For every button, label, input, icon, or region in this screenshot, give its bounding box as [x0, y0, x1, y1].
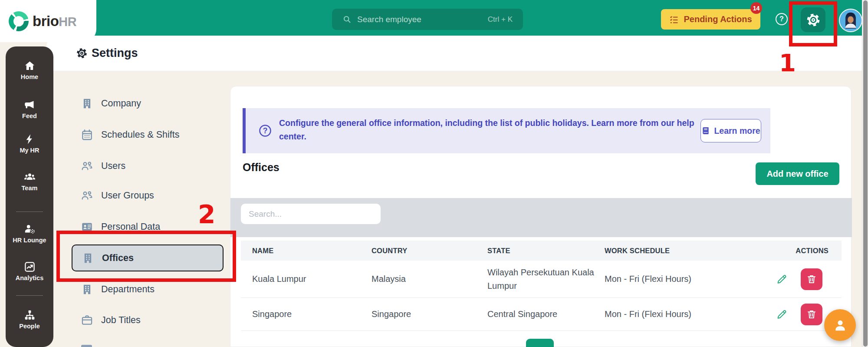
employee-search[interactable]: Ctrl + K: [332, 9, 523, 30]
info-banner-text: Configure the general office information…: [279, 116, 707, 143]
calendar-icon: [81, 129, 93, 141]
search-shortcut: Ctrl + K: [488, 15, 513, 24]
user-avatar[interactable]: [839, 9, 862, 32]
nav-item-hr-lounge[interactable]: HR Lounge: [6, 223, 53, 244]
org-chart-icon: [24, 309, 36, 321]
pending-actions-label: Pending Actions: [684, 14, 752, 24]
nav-item-my-hr[interactable]: My HR: [6, 133, 53, 154]
brand-wordmark: brioHR: [33, 13, 76, 30]
annotation-number-1: 1: [779, 49, 796, 77]
pending-actions-button[interactable]: Pending Actions: [661, 9, 760, 30]
settings-menu-item-schedules-shifts[interactable]: Schedules & Shifts: [72, 121, 224, 148]
scrollbar-thumb[interactable]: [863, 0, 868, 347]
edit-pencil-icon[interactable]: [776, 273, 788, 285]
book-icon: [701, 126, 710, 135]
rail-divider: [16, 295, 43, 296]
brand-logo[interactable]: brioHR: [0, 0, 96, 42]
settings-title-gear-icon: [76, 47, 88, 59]
annotation-number-2: 2: [198, 200, 215, 229]
main-nav-rail: Home Feed My HR Team HR Lounge Analytics…: [6, 46, 53, 347]
add-new-office-button[interactable]: Add new office: [756, 162, 839, 185]
search-icon: [342, 15, 352, 24]
pending-actions-badge: 14: [750, 2, 762, 14]
table-row: Kuala Lumpur Malaysia Wilayah Persekutua…: [241, 261, 842, 298]
column-header-country: COUNTRY: [372, 241, 407, 261]
settings-menu-item-users[interactable]: Users: [72, 152, 224, 179]
settings-header: Settings: [46, 36, 868, 71]
column-header-actions: ACTIONS: [796, 241, 829, 261]
cell-name: Singapore: [252, 298, 292, 330]
gear-icon: [806, 13, 821, 27]
trash-icon: [806, 274, 817, 284]
table-row: Singapore Singapore Central Singapore Mo…: [241, 298, 842, 331]
cell-country: Singapore: [372, 298, 411, 330]
users-icon: [81, 190, 93, 202]
settings-menu-item-offices[interactable]: Offices: [72, 245, 224, 271]
floating-profile-button[interactable]: [824, 309, 856, 341]
vertical-scrollbar[interactable]: [862, 0, 868, 347]
rail-divider: [16, 212, 43, 212]
cell-country: Malaysia: [372, 261, 406, 297]
team-icon: [24, 171, 36, 183]
learn-more-button[interactable]: Learn more: [700, 119, 761, 142]
briohr-swirl-icon: [9, 11, 29, 31]
info-banner: Configure the general office information…: [243, 108, 770, 153]
delete-office-button[interactable]: [801, 304, 822, 325]
edit-pencil-icon[interactable]: [776, 308, 788, 320]
settings-gear-button[interactable]: [801, 7, 825, 32]
home-icon: [24, 60, 36, 72]
nav-item-feed[interactable]: Feed: [6, 99, 53, 119]
settings-menu-item-departments[interactable]: Departments: [72, 276, 224, 303]
megaphone-icon: [24, 99, 36, 111]
employee-search-input[interactable]: [357, 15, 488, 24]
column-header-state: STATE: [487, 241, 600, 261]
person-icon: [832, 317, 848, 333]
nav-item-analytics[interactable]: Analytics: [6, 261, 53, 281]
chart-icon: [24, 261, 36, 273]
pagination-button[interactable]: [526, 339, 554, 347]
table-toolbar: [230, 198, 852, 237]
offices-table: NAME COUNTRY STATE WORK SCHEDULE ACTIONS…: [241, 241, 842, 331]
person-gear-icon: [24, 223, 36, 235]
help-button[interactable]: ?: [776, 13, 788, 25]
offices-panel: Configure the general office information…: [230, 86, 852, 347]
users-icon: [81, 160, 93, 172]
delete-office-button[interactable]: [801, 268, 822, 290]
settings-menu-item-job-titles[interactable]: Job Titles: [72, 307, 224, 334]
settings-menu-item-company[interactable]: Company: [72, 90, 224, 117]
building-icon: [82, 252, 94, 264]
briefcase-icon: [81, 314, 93, 326]
nav-item-people[interactable]: People: [6, 309, 53, 330]
bolt-icon: [24, 133, 36, 145]
trash-icon: [806, 309, 817, 320]
settings-menu-item-partial: [81, 345, 92, 347]
cell-state: Central Singapore: [487, 298, 600, 330]
nav-item-home[interactable]: Home: [6, 60, 53, 80]
column-header-work-schedule: WORK SCHEDULE: [605, 241, 670, 261]
help-icon: ?: [779, 15, 784, 23]
building-icon: [81, 98, 93, 109]
section-title: Offices: [243, 161, 279, 174]
briohr-app: Ctrl + K Pending Actions 14 ? brioHR Set…: [0, 0, 868, 347]
column-header-name: NAME: [252, 241, 273, 261]
id-card-icon: [81, 221, 93, 233]
building-icon: [81, 284, 93, 295]
cell-work-schedule: Mon - Fri (Flexi Hours): [605, 261, 691, 297]
checklist-icon: [669, 15, 679, 24]
cell-name: Kuala Lumpur: [252, 261, 306, 297]
question-circle-icon: [259, 124, 272, 137]
nav-item-team[interactable]: Team: [6, 171, 53, 192]
table-header-row: NAME COUNTRY STATE WORK SCHEDULE ACTIONS: [241, 241, 842, 261]
cell-work-schedule: Mon - Fri (Flexi Hours): [605, 298, 691, 330]
avatar-image: [840, 10, 861, 31]
offices-search-input[interactable]: [241, 204, 381, 224]
row-actions: [776, 261, 842, 297]
cell-state: Wilayah Persekutuan Kuala Lumpur: [487, 261, 600, 297]
